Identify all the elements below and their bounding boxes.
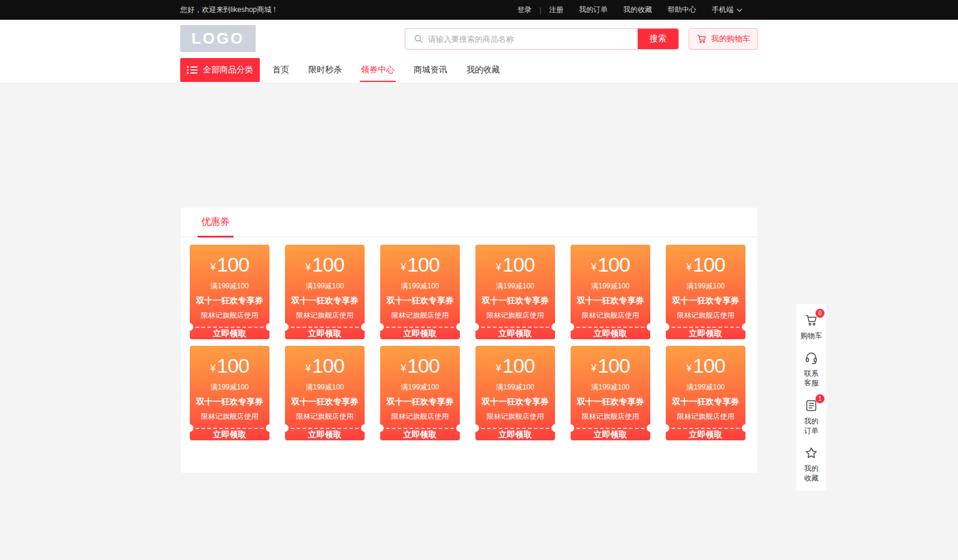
star-icon <box>804 446 818 460</box>
coupon-card: ¥100 满199减100 双十一狂欢专享券 限林记旗舰店使用 立即领取 <box>571 245 650 339</box>
help-center-link[interactable]: 帮助中心 <box>660 5 704 15</box>
coupon-card: ¥100 满199减100 双十一狂欢专享券 限林记旗舰店使用 立即领取 <box>571 346 650 440</box>
logo[interactable]: LOGO <box>180 25 256 52</box>
mobile-link[interactable]: 手机端 <box>704 5 750 15</box>
nav-item[interactable]: 首页 <box>271 58 290 82</box>
claim-coupon-button[interactable]: 立即领取 <box>190 328 269 339</box>
coupon-amount: 100 <box>407 253 439 276</box>
coupon-value: ¥100 <box>380 352 460 379</box>
coupon-condition: 满199减100 <box>666 382 745 392</box>
coupon-value: ¥100 <box>475 352 555 379</box>
sidebar-item-favorites[interactable]: 我的 收藏 <box>796 446 826 483</box>
nav-item[interactable]: 限时秒杀 <box>307 58 343 82</box>
nav-item[interactable]: 我的收藏 <box>465 58 501 82</box>
sidebar-item-cart[interactable]: 0 购物车 <box>796 313 826 340</box>
sidebar-item-customer-service[interactable]: 联系 客服 <box>796 351 826 388</box>
nav-links: 首页 限时秒杀 领券中心 商城资讯 我的收藏 <box>263 58 510 82</box>
sidebar-orders-label: 我的 订单 <box>804 416 818 436</box>
my-orders-link[interactable]: 我的订单 <box>571 5 616 15</box>
currency-symbol: ¥ <box>210 363 216 374</box>
coupon-scope: 限林记旗舰店使用 <box>571 311 650 321</box>
sidebar-cart-label: 购物车 <box>801 331 822 340</box>
coupon-name: 双十一狂欢专享券 <box>380 397 460 407</box>
search-input[interactable] <box>428 29 638 49</box>
coupon-value: ¥100 <box>380 251 460 278</box>
currency-symbol: ¥ <box>305 363 311 374</box>
coupon-condition: 满199减100 <box>475 281 555 291</box>
coupon-card: ¥100 满199减100 双十一狂欢专享券 限林记旗舰店使用 立即领取 <box>285 245 365 339</box>
currency-symbol: ¥ <box>496 262 501 273</box>
login-link[interactable]: 登录 <box>510 5 539 15</box>
coupon-amount: 100 <box>217 253 249 276</box>
coupon-value: ¥100 <box>190 352 269 379</box>
claim-coupon-button[interactable]: 立即领取 <box>666 429 745 440</box>
nav-item[interactable]: 领券中心 <box>360 58 396 82</box>
coupon-condition: 满199减100 <box>475 382 555 392</box>
all-categories-button[interactable]: 全部商品分类 <box>180 58 260 82</box>
claim-coupon-button[interactable]: 立即领取 <box>475 328 555 339</box>
sidebar-favorites-label: 我的 收藏 <box>804 464 818 483</box>
coupon-card: ¥100 满199减100 双十一狂欢专享券 限林记旗舰店使用 立即领取 <box>190 346 269 440</box>
category-list-icon <box>187 66 198 74</box>
my-cart-button[interactable]: 我的购物车 <box>689 28 758 50</box>
headset-icon <box>804 351 818 365</box>
claim-coupon-button[interactable]: 立即领取 <box>475 429 555 440</box>
coupon-name: 双十一狂欢专享券 <box>571 296 650 306</box>
coupon-condition: 满199减100 <box>571 281 650 291</box>
register-link[interactable]: 注册 <box>541 5 571 15</box>
search-box: 搜索 <box>405 28 679 50</box>
coupon-panel: 优惠券 ¥100 满199减100 双十一狂欢专享券 限林记旗舰店使用 立即领取 <box>181 208 757 473</box>
coupon-amount: 100 <box>598 253 630 276</box>
coupon-value: ¥100 <box>190 251 269 278</box>
currency-symbol: ¥ <box>591 262 596 273</box>
claim-coupon-button[interactable]: 立即领取 <box>190 429 269 440</box>
currency-symbol: ¥ <box>496 363 501 374</box>
sidebar-item-orders[interactable]: 1 我的 订单 <box>796 398 826 436</box>
claim-coupon-button[interactable]: 立即领取 <box>285 429 365 440</box>
page-body: 优惠券 ¥100 满199减100 双十一狂欢专享券 限林记旗舰店使用 立即领取 <box>0 83 958 560</box>
coupon-scope: 限林记旗舰店使用 <box>475 412 555 422</box>
coupon-divider <box>571 327 650 328</box>
my-favorites-link[interactable]: 我的收藏 <box>616 5 660 15</box>
order-icon: 1 <box>804 398 818 413</box>
coupon-condition: 满199减100 <box>571 382 650 392</box>
cart-icon: 0 <box>804 313 818 327</box>
tab-coupons[interactable]: 优惠券 <box>198 209 234 238</box>
coupon-amount: 100 <box>502 253 535 276</box>
claim-coupon-button[interactable]: 立即领取 <box>571 328 650 339</box>
chevron-down-icon <box>736 8 742 12</box>
coupon-scope: 限林记旗舰店使用 <box>285 311 365 321</box>
claim-coupon-button[interactable]: 立即领取 <box>380 328 460 339</box>
claim-coupon-button[interactable]: 立即领取 <box>666 328 745 339</box>
nav-item[interactable]: 商城资讯 <box>413 58 448 82</box>
cart-icon <box>696 34 707 44</box>
search-icon <box>405 29 428 49</box>
coupon-name: 双十一狂欢专享券 <box>666 296 745 306</box>
coupon-card: ¥100 满199减100 双十一狂欢专享券 限林记旗舰店使用 立即领取 <box>285 346 365 440</box>
sidebar-customer-service-label: 联系 客服 <box>804 369 818 388</box>
coupon-amount: 100 <box>693 253 725 276</box>
coupon-value: ¥100 <box>666 251 745 278</box>
currency-symbol: ¥ <box>401 262 406 273</box>
coupon-value: ¥100 <box>571 352 650 379</box>
claim-coupon-button[interactable]: 立即领取 <box>380 429 460 440</box>
coupon-scope: 限林记旗舰店使用 <box>666 311 745 321</box>
coupon-divider <box>666 327 745 328</box>
coupon-scope: 限林记旗舰店使用 <box>190 311 269 321</box>
coupon-divider <box>380 428 460 429</box>
coupon-amount: 100 <box>502 354 535 378</box>
coupon-divider <box>190 327 269 328</box>
claim-coupon-button[interactable]: 立即领取 <box>285 328 365 339</box>
my-cart-label: 我的购物车 <box>711 34 750 44</box>
currency-symbol: ¥ <box>401 363 406 374</box>
orders-count-badge: 1 <box>815 394 824 403</box>
coupon-scope: 限林记旗舰店使用 <box>475 311 555 321</box>
coupon-card: ¥100 满199减100 双十一狂欢专享券 限林记旗舰店使用 立即领取 <box>380 245 460 339</box>
search-button[interactable]: 搜索 <box>638 29 678 49</box>
coupon-name: 双十一狂欢专享券 <box>285 296 365 306</box>
claim-coupon-button[interactable]: 立即领取 <box>571 429 650 440</box>
coupon-scope: 限林记旗舰店使用 <box>666 412 745 422</box>
coupon-amount: 100 <box>693 354 725 378</box>
coupon-card: ¥100 满199减100 双十一狂欢专享券 限林记旗舰店使用 立即领取 <box>475 245 555 339</box>
coupon-value: ¥100 <box>475 251 555 278</box>
